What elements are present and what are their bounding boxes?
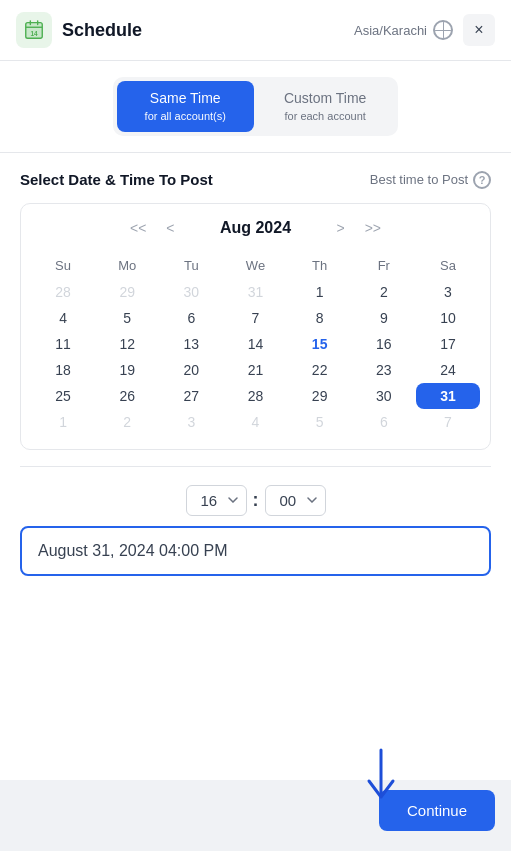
custom-time-button[interactable]: Custom Time for each account [256, 81, 394, 132]
calendar-day[interactable]: 5 [288, 409, 352, 435]
calendar-day[interactable]: 2 [95, 409, 159, 435]
globe-icon [433, 20, 453, 40]
calendar-day[interactable]: 15 [288, 331, 352, 357]
calendar-day[interactable]: 7 [416, 409, 480, 435]
calendar-day[interactable]: 8 [288, 305, 352, 331]
calendar-day[interactable]: 21 [223, 357, 287, 383]
best-time-hint[interactable]: Best time to Post ? [370, 171, 491, 189]
calendar-day[interactable]: 4 [223, 409, 287, 435]
calendar-day[interactable]: 22 [288, 357, 352, 383]
weekday-header: Tu [159, 252, 223, 279]
next-year-button[interactable]: >> [361, 218, 385, 238]
divider [20, 466, 491, 467]
toggle-group: Same Time for all account(s) Custom Time… [113, 77, 399, 136]
calendar-day[interactable]: 29 [95, 279, 159, 305]
calendar-day[interactable]: 28 [31, 279, 95, 305]
header: 14 Schedule Asia/Karachi × [0, 0, 511, 61]
calendar-day[interactable]: 16 [352, 331, 416, 357]
weekday-header: Sa [416, 252, 480, 279]
bottom-section: Continue [0, 780, 511, 851]
calendar-day[interactable]: 3 [159, 409, 223, 435]
calendar-day[interactable]: 24 [416, 357, 480, 383]
calendar-day[interactable]: 23 [352, 357, 416, 383]
weekday-header: Th [288, 252, 352, 279]
calendar-day[interactable]: 29 [288, 383, 352, 409]
calendar-day[interactable]: 9 [352, 305, 416, 331]
calendar-day[interactable]: 14 [223, 331, 287, 357]
calendar-day[interactable]: 1 [288, 279, 352, 305]
calendar-day[interactable]: 26 [95, 383, 159, 409]
calendar-nav: << < Aug 2024 > >> [31, 218, 480, 238]
page-title: Schedule [62, 20, 354, 41]
weekday-header: We [223, 252, 287, 279]
svg-text:14: 14 [30, 30, 38, 37]
calendar-icon: 14 [16, 12, 52, 48]
weekday-header: Fr [352, 252, 416, 279]
calendar-day[interactable]: 30 [159, 279, 223, 305]
calendar-month-year: Aug 2024 [191, 219, 321, 237]
calendar-day[interactable]: 31 [416, 383, 480, 409]
calendar-day[interactable]: 4 [31, 305, 95, 331]
app-container: 14 Schedule Asia/Karachi × Same Time for… [0, 0, 511, 851]
calendar-day[interactable]: 13 [159, 331, 223, 357]
calendar-day[interactable]: 10 [416, 305, 480, 331]
calendar-day[interactable]: 7 [223, 305, 287, 331]
calendar-day[interactable]: 20 [159, 357, 223, 383]
calendar-day[interactable]: 11 [31, 331, 95, 357]
schedule-toggle-section: Same Time for all account(s) Custom Time… [0, 61, 511, 153]
time-selector: 0001020304050607080910111213141516171819… [20, 485, 491, 516]
selected-datetime-display: August 31, 2024 04:00 PM [20, 526, 491, 576]
calendar-day[interactable]: 1 [31, 409, 95, 435]
calendar-day[interactable]: 19 [95, 357, 159, 383]
weekday-header: Mo [95, 252, 159, 279]
calendar-grid: SuMoTuWeThFrSa 2829303112345678910111213… [31, 252, 480, 435]
calendar-day[interactable]: 18 [31, 357, 95, 383]
next-month-button[interactable]: > [333, 218, 349, 238]
calendar-day[interactable]: 17 [416, 331, 480, 357]
calendar-day[interactable]: 31 [223, 279, 287, 305]
calendar: << < Aug 2024 > >> SuMoTuWeThFrSa 282930… [20, 203, 491, 450]
calendar-day[interactable]: 25 [31, 383, 95, 409]
calendar-day[interactable]: 28 [223, 383, 287, 409]
calendar-day[interactable]: 12 [95, 331, 159, 357]
calendar-day[interactable]: 2 [352, 279, 416, 305]
section-header: Select Date & Time To Post Best time to … [20, 153, 491, 203]
calendar-day[interactable]: 6 [352, 409, 416, 435]
calendar-day[interactable]: 30 [352, 383, 416, 409]
timezone-display: Asia/Karachi [354, 20, 453, 40]
calendar-day[interactable]: 6 [159, 305, 223, 331]
weekday-header: Su [31, 252, 95, 279]
calendar-day[interactable]: 27 [159, 383, 223, 409]
arrow-indicator [361, 745, 401, 809]
time-colon: : [253, 490, 259, 511]
hour-select[interactable]: 0001020304050607080910111213141516171819… [186, 485, 247, 516]
prev-month-button[interactable]: < [162, 218, 178, 238]
same-time-button[interactable]: Same Time for all account(s) [117, 81, 254, 132]
calendar-day[interactable]: 5 [95, 305, 159, 331]
prev-year-button[interactable]: << [126, 218, 150, 238]
main-content: Select Date & Time To Post Best time to … [0, 153, 511, 780]
minute-select[interactable]: 000510152025303540455055 [265, 485, 326, 516]
section-title: Select Date & Time To Post [20, 171, 213, 188]
help-icon: ? [473, 171, 491, 189]
datetime-value: August 31, 2024 04:00 PM [38, 542, 227, 559]
calendar-day[interactable]: 3 [416, 279, 480, 305]
close-button[interactable]: × [463, 14, 495, 46]
